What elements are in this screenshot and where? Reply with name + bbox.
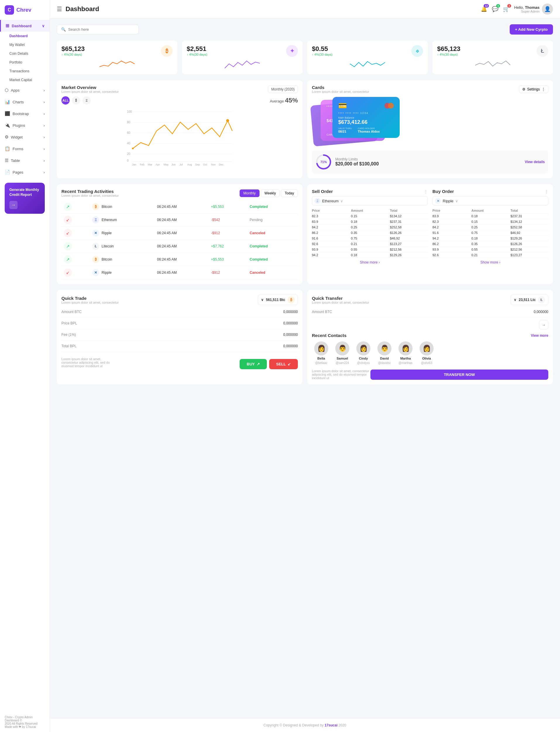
sell-button[interactable]: SELL ↙ <box>269 359 298 369</box>
chevron-icon: › <box>44 135 45 139</box>
form-value: 0,000000 <box>283 310 298 314</box>
stat-change-1: ↑ 4%(30 days) <box>187 53 207 56</box>
recent-contacts-section: Recent Contacts View more 👩 Bella @bella… <box>312 333 548 364</box>
filter-pills: ALL ₿ Ξ Average 45% <box>61 96 298 104</box>
sell-coin-chevron: ∨ <box>340 199 343 203</box>
trade-icon: ↗ <box>64 203 72 211</box>
chevron-icon: › <box>44 112 45 116</box>
cards-settings-btn[interactable]: ⚙ Settings ⋮ <box>519 85 548 93</box>
buy-coin-selector[interactable]: ✕ Ripple ∨ <box>432 196 548 205</box>
trade-fields: Amount BTC 0,000000 Price BPL 0,000000 F… <box>61 306 298 352</box>
coin-name: Bitcoin <box>102 257 112 261</box>
trade-time: 06:24:45 AM <box>155 240 209 253</box>
sidebar-footer: Chrev - Crypto Admin Dashboard © 2020 Al… <box>0 712 49 732</box>
messages-button[interactable]: 💬 5 <box>492 6 498 12</box>
cart-badge: 2 <box>507 4 511 8</box>
transfer-coin-icon: Ł <box>538 296 545 303</box>
quick-transfer-title: Quick Transfer <box>312 296 369 301</box>
coin-icon: ✕ <box>92 269 99 276</box>
trade-amount: -$912 <box>209 266 247 279</box>
bootstrap-icon: ⬛ <box>5 111 10 116</box>
filter-weekly[interactable]: Weekly <box>261 189 280 197</box>
trade-coin-selector[interactable]: ∨ 561,511 Btc ₿ <box>258 294 298 305</box>
user-hello: Hello, Thomas <box>514 5 540 10</box>
search-input[interactable] <box>68 27 134 32</box>
sidebar-sub-mywallet[interactable]: My Wallet <box>0 40 49 49</box>
form-row: Fee (1%) 0,000000 <box>61 329 298 340</box>
market-overview-title: Market Overview <box>61 85 119 90</box>
transfer-now-button[interactable]: TRANSFER NOW <box>370 370 548 380</box>
limits-amount: $20,000 of $100,000 <box>335 161 521 167</box>
user-name: Thomas <box>525 5 540 10</box>
chevron-icon: › <box>44 100 45 104</box>
market-cards-row: Market Overview Lorem ipsum dolor sit am… <box>57 80 553 178</box>
cart-button[interactable]: 🛒 2 <box>503 6 509 12</box>
sidebar-item-plugins[interactable]: 🔌 Plugins › <box>0 119 49 131</box>
coin-icon: ₿ <box>92 256 99 263</box>
contact-handle: @bellaaz <box>315 361 327 364</box>
trading-orders-row: Recent Trading Activities Lorem ipsum do… <box>57 184 553 284</box>
add-crypto-button[interactable]: + Add New Cyrpto <box>510 24 553 35</box>
stat-icon-2: ⟐ <box>411 45 423 57</box>
stat-icon-1: ✦ <box>286 45 298 57</box>
notifications-button[interactable]: 🔔 12 <box>481 6 487 12</box>
trade-coin-icon: ₿ <box>288 296 295 303</box>
trade-time: 06:24:45 AM <box>155 200 209 213</box>
sidebar-item-charts[interactable]: 📊 Charts › <box>0 96 49 108</box>
view-details-link[interactable]: View details <box>525 160 545 164</box>
buy-button[interactable]: BUY ↗ <box>240 359 267 369</box>
sidebar-sub-marketcapital[interactable]: Market Capital <box>0 76 49 84</box>
sidebar-sub-portfolio[interactable]: Portfolio <box>0 58 49 67</box>
order-row: 93.90.55$212,56 <box>312 247 428 252</box>
sidebar-item-table[interactable]: ☰ Table › <box>0 155 49 166</box>
sell-order-menu[interactable]: ⋮ <box>424 189 428 193</box>
buy-order-title: Buy Order <box>432 189 454 194</box>
market-overview-sub: Lorem ipsum dolor sit amet, consectetur <box>61 90 119 93</box>
more-icon: ⋮ <box>542 87 545 91</box>
transfer-coin-selector[interactable]: ∨ 23,511 Ltc Ł <box>511 294 548 305</box>
buy-show-more[interactable]: Show more › <box>432 258 548 267</box>
svg-text:Nov: Nov <box>211 163 216 166</box>
pill-btc[interactable]: ₿ <box>72 96 80 104</box>
sidebar-sub-transactions[interactable]: Transactions <box>0 67 49 76</box>
trade-time: 06:24:45 AM <box>155 253 209 266</box>
pill-eth[interactable]: Ξ <box>83 96 91 104</box>
trade-icon: ↙ <box>64 216 72 224</box>
widget-icon: ⚙ <box>5 134 8 140</box>
contacts-title: Recent Contacts <box>312 333 346 338</box>
contact-item: 👩 Olivia @olivi63 <box>417 341 436 364</box>
sell-coin-selector[interactable]: Ξ Ethereum ∨ <box>312 196 428 205</box>
filter-monthly[interactable]: Monthly <box>240 189 260 197</box>
donut-label: 71% <box>320 160 327 164</box>
sidebar-item-pages[interactable]: 📄 Pages › <box>0 166 49 178</box>
form-row: Price BPL 0,000000 <box>61 318 298 329</box>
search-box[interactable]: 🔍 <box>57 25 139 34</box>
header: ☰ Dashboard 🔔 12 💬 5 🛒 2 <box>50 0 560 18</box>
sidebar-item-widget[interactable]: ⚙ Widget › <box>0 131 49 143</box>
sell-order: Sell Order ⋮ Ξ Ethereum ∨ PriceAmountTot… <box>312 189 428 267</box>
apps-icon: ⬡ <box>5 88 8 93</box>
view-more-contacts[interactable]: View more <box>531 333 548 337</box>
promo-card[interactable]: Generate Monthly Credit Report → <box>5 183 45 214</box>
table-icon: ☰ <box>5 158 8 163</box>
contacts-header: Recent Contacts View more <box>312 333 548 338</box>
buy-order-menu[interactable]: ⋮ <box>544 189 548 193</box>
sidebar-item-apps[interactable]: ⬡ Apps › <box>0 84 49 96</box>
sell-show-more[interactable]: Show more › <box>312 258 428 267</box>
sidebar-item-bootstrap[interactable]: ⬛ Bootstrap › <box>0 108 49 119</box>
cards-sub: Lorem ipsum dolor sit amet, consectetur <box>312 90 369 93</box>
card-amount: $673,412.66 <box>338 119 394 125</box>
filter-today[interactable]: Today <box>281 189 298 197</box>
sidebar-logo[interactable]: C Chrev <box>0 0 49 20</box>
sidebar-item-forms[interactable]: 📋 Forms › <box>0 143 49 155</box>
trading-sub: Lorem ipsum dolor sit amet, consectetur <box>61 194 119 197</box>
trade-status: Pending <box>247 213 298 227</box>
sidebar-item-dashboard[interactable]: ⊞ Dashboard ∨ <box>0 20 49 32</box>
avg-label: Average 45% <box>270 97 298 104</box>
pill-all[interactable]: ALL <box>61 96 70 104</box>
transfer-arrow-btn[interactable]: → <box>539 320 548 329</box>
hamburger-icon[interactable]: ☰ <box>57 6 62 13</box>
period-dropdown[interactable]: Monthly (2020) <box>268 85 298 93</box>
sidebar-sub-coindetails[interactable]: Coin Details <box>0 49 49 58</box>
sidebar-sub-dashboard[interactable]: Dashboard <box>0 32 49 40</box>
